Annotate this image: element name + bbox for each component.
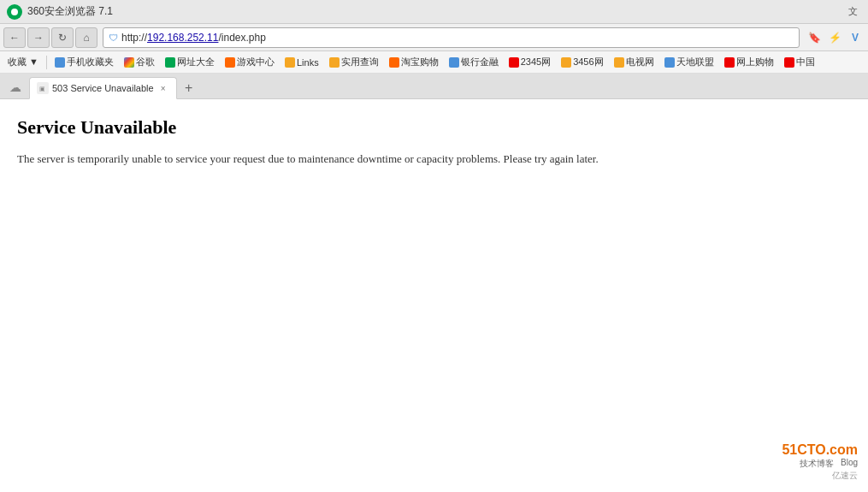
- bookmark-query[interactable]: 实用查询: [325, 54, 383, 70]
- url-display: http://192.168.252.11/index.php: [121, 32, 266, 44]
- watermark-line2: Blog: [841, 458, 858, 470]
- bookmark-mobile[interactable]: 手机收藏夹: [50, 54, 118, 70]
- forward-button[interactable]: →: [27, 27, 50, 48]
- window-text-btn[interactable]: 文: [845, 5, 861, 18]
- bookmark-icon-google: [124, 57, 134, 68]
- active-tab[interactable]: ▣ 503 Service Unavailable ×: [29, 77, 177, 99]
- new-tab-button[interactable]: +: [179, 78, 199, 98]
- error-message: The server is temporarily unable to serv…: [17, 151, 851, 168]
- app-title: 360安全浏览器 7.1: [27, 4, 845, 19]
- bookmark-tv[interactable]: 电视网: [610, 54, 658, 70]
- error-heading: Service Unavailable: [17, 116, 851, 139]
- tab-close-button[interactable]: ×: [157, 82, 169, 94]
- title-bar: 360安全浏览器 7.1 文: [0, 0, 868, 24]
- lightning-icon-btn[interactable]: ⚡: [825, 28, 844, 47]
- bookmark-icon-taobao: [389, 57, 399, 68]
- bookmark-icon-query: [329, 57, 340, 68]
- app-logo: [7, 4, 22, 20]
- bookmark-icon-2345: [509, 57, 519, 68]
- bookmark-icon-links: [285, 57, 295, 68]
- watermark-sub: 技术博客 Blog: [782, 458, 858, 470]
- bookmark-separator: [46, 56, 47, 69]
- bookmark-icon-btn[interactable]: 🔖: [805, 28, 824, 47]
- watermark: 51CTO.com 技术博客 Blog 亿速云: [782, 442, 858, 482]
- back-button[interactable]: ←: [3, 27, 26, 48]
- bookmark-google[interactable]: 谷歌: [120, 54, 159, 70]
- svg-text:▣: ▣: [39, 86, 45, 92]
- watermark-line3: 亿速云: [782, 470, 858, 482]
- bookmark-taobao[interactable]: 淘宝购物: [385, 54, 443, 70]
- tab-favicon: ▣: [37, 82, 49, 94]
- cloud-tab-button[interactable]: ☁: [3, 76, 27, 98]
- watermark-line1: 技术博客: [800, 458, 834, 470]
- bookmark-china[interactable]: 中国: [780, 54, 819, 70]
- home-button[interactable]: ⌂: [75, 27, 97, 48]
- bookmarks-arrow[interactable]: 收藏 ▼: [3, 54, 43, 70]
- address-bar[interactable]: 🛡 http://192.168.252.11/index.php: [103, 27, 800, 48]
- tab-title: 503 Service Unavailable: [52, 83, 154, 93]
- bookmark-links[interactable]: Links: [280, 56, 323, 69]
- bookmark-2345[interactable]: 2345网: [505, 54, 555, 70]
- watermark-logo: 51CTO.com: [782, 442, 858, 458]
- bookmarks-bar: 收藏 ▼ 手机收藏夹 谷歌 网址大全 游戏中心 Links 实用查询 淘宝购物 …: [0, 51, 868, 74]
- bookmark-3456[interactable]: 3456网: [557, 54, 607, 70]
- shield-icon: 🛡: [109, 33, 118, 43]
- bookmark-icon-china: [784, 57, 794, 68]
- tabs-bar: ☁ ▣ 503 Service Unavailable × +: [0, 74, 868, 99]
- bookmark-icon-tv: [614, 57, 624, 68]
- bookmark-icon-shopping: [724, 57, 735, 68]
- bookmark-games[interactable]: 游戏中心: [221, 54, 279, 70]
- bookmark-icon-3456: [561, 57, 571, 68]
- bookmark-urls[interactable]: 网址大全: [161, 54, 219, 70]
- page-content: Service Unavailable The server is tempor…: [0, 99, 868, 492]
- bookmark-icon-games: [225, 57, 235, 68]
- bookmark-shopping[interactable]: 网上购物: [720, 54, 778, 70]
- bookmark-icon-mobile: [55, 57, 65, 68]
- nav-bar: ← → ↻ ⌂ 🛡 http://192.168.252.11/index.ph…: [0, 24, 868, 51]
- bookmark-icon-urls: [165, 57, 175, 68]
- bookmark-icon-bank: [449, 57, 459, 68]
- bookmark-tiandi[interactable]: 天地联盟: [660, 54, 718, 70]
- bookmark-bank[interactable]: 银行金融: [445, 54, 503, 70]
- bookmark-icon-tiandi: [664, 57, 675, 68]
- v-icon-btn[interactable]: V: [846, 28, 865, 47]
- refresh-button[interactable]: ↻: [51, 27, 74, 48]
- window-controls: 文: [845, 5, 861, 18]
